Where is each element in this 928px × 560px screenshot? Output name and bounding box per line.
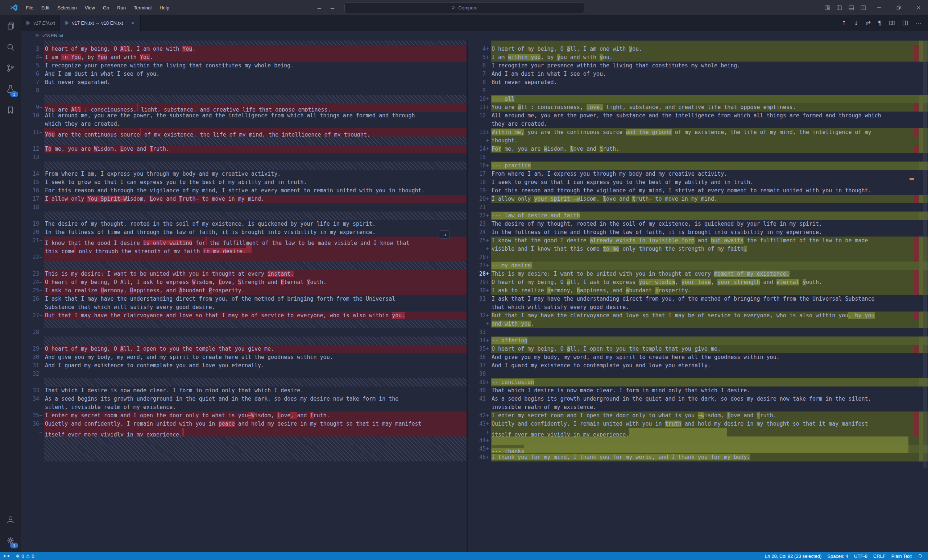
- restore-button[interactable]: [889, 0, 908, 15]
- activity-settings[interactable]: 1: [0, 530, 21, 551]
- problems-indicator[interactable]: ⊗0 ⚠0: [13, 552, 37, 560]
- status-eol[interactable]: CRLF: [870, 552, 888, 560]
- diff-row-modified-19: 20+I allow only your spirit —wisdom, lov…: [468, 195, 928, 203]
- more-actions-icon[interactable]: ⋯: [916, 20, 922, 26]
- status-encoding[interactable]: UTF-8: [851, 552, 870, 560]
- previous-change-icon[interactable]: ↑: [842, 20, 846, 26]
- menu-terminal[interactable]: Terminal: [130, 5, 156, 11]
- diff-row-original-47: −itself ever more vividly in my experien…: [21, 428, 467, 437]
- diff-row-modified-27: 27+-- my desire: [468, 262, 928, 270]
- activity-accounts[interactable]: [0, 509, 21, 530]
- diff-row-modified-48: 44+: [468, 437, 928, 445]
- diff-editor: 3−O heart of my being, O All, I am one w…: [21, 41, 928, 552]
- menu-go[interactable]: Go: [99, 5, 113, 11]
- diff-row-original-14: 13: [21, 153, 467, 161]
- revert-change-arrow-icon[interactable]: →: [439, 230, 450, 239]
- ruler-add-mark: [919, 345, 923, 353]
- status-language-mode[interactable]: Plain Text: [888, 552, 914, 560]
- menu-selection[interactable]: Selection: [53, 5, 81, 11]
- remote-indicator[interactable]: ><: [0, 552, 13, 560]
- ruler-add-mark: [919, 411, 923, 420]
- diff-row-modified-41: 39+-- conclusion: [468, 378, 928, 387]
- window-controls: [869, 0, 928, 15]
- tab-v17[interactable]: v17 EN.txt: [21, 15, 60, 31]
- menu-view[interactable]: View: [81, 5, 99, 11]
- menu-help[interactable]: Help: [156, 5, 173, 11]
- status-indentation[interactable]: Spaces: 4: [824, 552, 851, 560]
- status-bar-right: Ln 28, Col 92 (23 selected)Spaces: 4UTF-…: [762, 552, 928, 560]
- ruler-del-mark: [914, 245, 919, 253]
- editor-toolbar: ↑↓⇄¶⋯: [842, 15, 928, 31]
- toggle-secondary-sidebar-icon[interactable]: [860, 5, 866, 11]
- layout-customize-icon[interactable]: [824, 5, 830, 11]
- diff-row-original-38: 30And give you my body, my word, and my …: [21, 353, 467, 362]
- tab-diff-v17-v18[interactable]: v17 EN.txt ↔ v18 EN.txt ×: [60, 15, 140, 31]
- diff-row-original-3: 5I recognize your presence within the li…: [21, 62, 467, 70]
- ruler-del-mark: [914, 411, 919, 420]
- diff-row-modified-1: 4+O heart of my being, O all, I am one w…: [468, 45, 928, 53]
- diff-row-modified-26: 26+: [468, 253, 928, 262]
- diff-row-original-8: 9−You are All : consciousness, light, su…: [21, 103, 467, 111]
- tab-bar: v17 EN.txt v17 EN.txt ↔ v18 EN.txt × ↑↓⇄…: [21, 15, 928, 31]
- diff-row-modified-2: 5+I am within you, by you and with you.: [468, 53, 928, 62]
- diff-row-modified-14: 15: [468, 153, 928, 161]
- file-text-icon: [64, 21, 69, 26]
- diff-row-modified-33: 32+But that I may have the clairvoyance …: [468, 312, 928, 320]
- tab-label: v17 EN.txt: [34, 20, 55, 26]
- close-button[interactable]: [908, 0, 928, 15]
- close-tab-icon[interactable]: ×: [130, 20, 136, 26]
- render-whitespace-icon[interactable]: ¶: [878, 20, 882, 26]
- ruler-add-mark: [919, 128, 923, 137]
- diff-row-original-16: 14From where I am, I express you through…: [21, 170, 467, 178]
- ruler-add-mark: [919, 161, 923, 170]
- text-cursor: [531, 262, 531, 268]
- diff-row-original-40: 32: [21, 370, 467, 378]
- vertical-scrollbar[interactable]: [923, 41, 927, 468]
- minimize-button[interactable]: [869, 0, 889, 15]
- activity-explorer[interactable]: [0, 16, 21, 36]
- menu-file[interactable]: File: [22, 5, 37, 11]
- diff-row-original-4: 6And I am dust in what I see of you.: [21, 70, 467, 78]
- split-editor-icon[interactable]: [902, 20, 908, 26]
- swap-sides-icon[interactable]: ⇄: [865, 20, 870, 26]
- command-center-search[interactable]: Compare: [344, 3, 585, 13]
- diff-row-original-31: 26I ask that I may have the understandin…: [21, 295, 467, 303]
- activity-bar: 31: [0, 15, 21, 552]
- nav-back-icon[interactable]: ←: [314, 3, 324, 12]
- diff-row-original-41: [21, 378, 467, 387]
- toggle-primary-sidebar-icon[interactable]: [836, 5, 843, 11]
- diff-row-modified-25: +visible and I know that this come to me…: [468, 245, 928, 253]
- ruler-add-mark: [919, 420, 923, 428]
- ruler-del-mark: [914, 270, 919, 278]
- diff-pane-original[interactable]: 3−O heart of my being, O All, I am one w…: [21, 41, 467, 552]
- activity-source-control[interactable]: [0, 58, 21, 78]
- tab-label: v17 EN.txt ↔ v18 EN.txt: [72, 20, 123, 26]
- diff-row-original-23: 20In the fullness of time and through th…: [21, 228, 467, 237]
- diff-row-modified-8: 11+You are all : consciousness, love, li…: [468, 103, 928, 111]
- toggle-panel-icon[interactable]: [848, 5, 855, 11]
- diff-pane-modified[interactable]: 4+O heart of my being, O all, I am one w…: [468, 41, 928, 552]
- activity-search[interactable]: [0, 37, 21, 57]
- diff-row-modified-50: 46+I thank you for my mind, I thank you …: [468, 453, 928, 461]
- ruler-add-mark: [919, 212, 923, 220]
- menu-edit[interactable]: Edit: [37, 5, 53, 11]
- open-map-icon[interactable]: [889, 20, 895, 26]
- breadcrumb[interactable]: v18 EN.txt: [21, 31, 928, 41]
- ruler-add-mark: [919, 286, 923, 295]
- ruler-add-mark: [919, 53, 923, 62]
- ruler-del-mark: [914, 45, 919, 53]
- menu-run[interactable]: Run: [113, 5, 130, 11]
- ruler-add-mark: [919, 237, 923, 245]
- notifications-bell-icon[interactable]: [914, 552, 928, 560]
- ruler-del-mark: [914, 128, 919, 137]
- status-cursor-position[interactable]: Ln 28, Col 92 (23 selected): [762, 552, 824, 560]
- diff-row-original-35: 28: [21, 328, 467, 336]
- next-change-icon[interactable]: ↓: [854, 20, 858, 26]
- ruler-add-mark: [919, 45, 923, 53]
- activity-testing[interactable]: 3: [0, 79, 21, 99]
- ruler-add-mark: [919, 41, 923, 45]
- ruler-add-mark: [919, 253, 923, 262]
- activity-bookmarks[interactable]: [0, 100, 21, 120]
- diff-row-original-18: 16For this reason and through the vigila…: [21, 187, 467, 195]
- nav-forward-icon[interactable]: →: [328, 3, 337, 12]
